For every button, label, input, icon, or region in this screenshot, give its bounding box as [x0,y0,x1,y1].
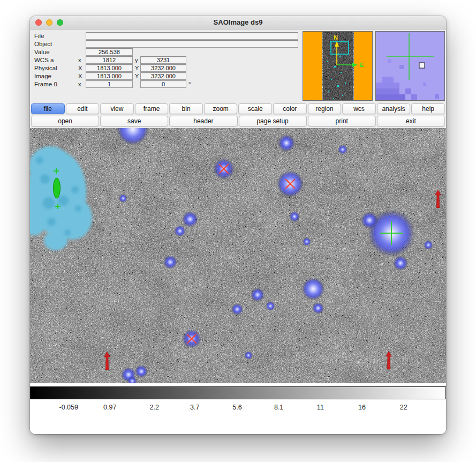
wcs-y-label: y [135,56,138,64]
value-label: Value [34,48,50,56]
menu-view[interactable]: view [100,103,134,114]
colorbar-tick: 0.97 [103,404,116,411]
colorbar-tick: 16 [358,404,366,411]
image-x-field: 1813.000 [86,72,133,80]
menu-help[interactable]: help [411,103,445,114]
menu-region[interactable]: region [308,103,342,114]
menu-row-2: open save header page setup print exit [31,116,445,126]
menu-bin[interactable]: bin [169,103,203,114]
window-title: SAOImage ds9 [30,16,446,29]
zoom-button[interactable] [57,19,63,26]
frame-x-label: x [78,80,81,88]
physical-y-field: 3232.000 [140,64,186,72]
image-y-label: Y [135,72,139,80]
menu-bar: file edit view frame bin zoom scale colo… [30,102,446,128]
colorbar-tick: 2.2 [150,404,159,411]
colorbar-section: -0.059 0.97 2.2 3.7 5.6 8.1 11 16 22 [30,383,446,434]
frame-label: Frame 0 [34,80,57,88]
panner[interactable]: N E [303,31,373,101]
menu-wcs[interactable]: wcs [342,103,376,114]
image-canvas[interactable] [30,128,446,383]
button-print[interactable]: print [308,116,376,126]
wcs-x-label: x [78,56,81,64]
colorbar-tick: 8.1 [274,404,283,411]
frame-rotation-field: 0 [140,80,186,88]
file-field [86,32,298,40]
menu-frame[interactable]: frame [135,103,169,114]
compass-north-label: N [334,34,338,41]
menu-analysis[interactable]: analysis [377,103,411,114]
object-label: Object [34,40,52,48]
compass-east-label: E [360,62,364,68]
degree-symbol: ° [188,80,191,88]
button-open[interactable]: open [31,116,99,126]
wcs-label: WCS a [34,56,54,64]
colorbar-tick: -0.059 [59,404,78,411]
button-header[interactable]: header [169,116,237,126]
desktop: { "titlebar": { "title": "SAOImage ds9" … [0,0,476,462]
file-label: File [34,32,44,40]
green-core-marker [54,178,61,198]
info-panel: File Object Value 256.538 WCS a x 1812 y… [30,29,446,102]
menu-row-1: file edit view frame bin zoom scale colo… [31,103,445,114]
menu-edit[interactable]: edit [66,103,100,114]
magnifier [375,31,445,101]
physical-x-field: 1813.000 [86,64,133,72]
ds9-window: SAOImage ds9 File Object Value 256.538 W… [30,16,446,434]
image-x-label: X [78,72,82,80]
titlebar[interactable]: SAOImage ds9 [30,16,446,29]
menu-file[interactable]: file [31,103,65,114]
physical-y-label: Y [135,64,139,72]
colorbar-ticks: -0.059 0.97 2.2 3.7 5.6 8.1 11 16 22 [30,404,446,413]
sky-mottling [30,128,446,383]
value-field: 256.538 [86,48,133,56]
magnifier-pixel-reticle [419,63,425,68]
colorbar-tick: 22 [400,404,407,411]
menu-color[interactable]: color [273,103,307,114]
menu-zoom[interactable]: zoom [204,103,238,114]
button-page-setup[interactable]: page setup [239,116,307,126]
wcs-x-field: 1812 [86,56,133,64]
object-field [86,40,298,48]
colorbar-tick: 11 [317,404,324,411]
physical-x-label: X [78,64,82,72]
minimize-button[interactable] [46,19,52,26]
menu-scale[interactable]: scale [238,103,272,114]
button-exit[interactable]: exit [377,116,445,126]
image-y-field: 3232.000 [140,72,186,80]
close-button[interactable] [35,19,42,26]
wcs-y-field: 3231 [140,56,186,64]
colorbar[interactable] [30,386,446,399]
physical-label: Physical [34,64,57,72]
colorbar-tick: 5.6 [232,404,241,411]
frame-zoom-field: 1 [86,80,133,88]
image-label: Image [34,72,51,80]
colorbar-tick: 3.7 [190,404,199,411]
button-save[interactable]: save [100,116,168,126]
